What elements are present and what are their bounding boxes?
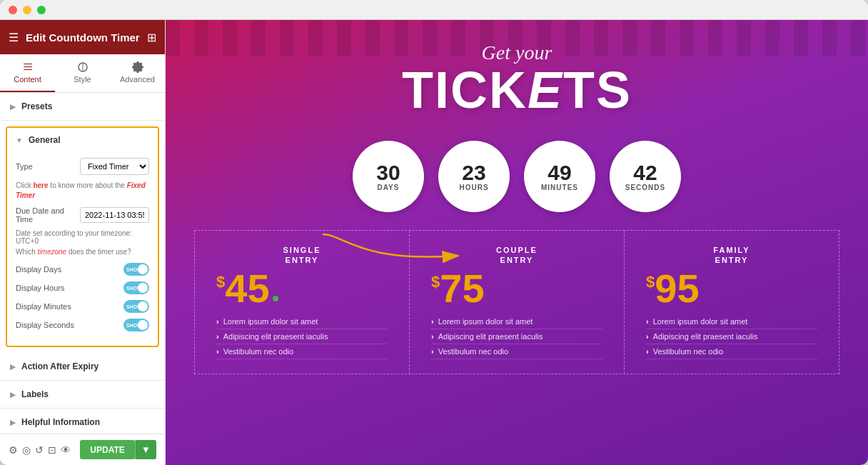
price-family-value: 95 <box>655 269 699 309</box>
display-hours-row: Display Hours SHOW <box>16 281 149 294</box>
display-days-row: Display Days SHOW <box>16 263 149 276</box>
labels-label: Labels <box>21 389 49 399</box>
display-minutes-toggle[interactable]: SHOW <box>123 300 149 313</box>
presets-header[interactable]: ▶ Presets <box>0 93 165 120</box>
close-button[interactable] <box>9 6 17 14</box>
helpful-label: Helpful Information <box>21 417 100 427</box>
sidebar-title: Edit Countdown Timer <box>26 31 140 44</box>
countdown-minutes-label: MINUTES <box>541 184 578 191</box>
price-couple-line2: ENTRY <box>500 256 534 264</box>
type-field-row: Type Fixed Timer Evergreen Timer <box>16 158 149 175</box>
price-family-feature-2: Adipiscing elit praesent iaculis <box>646 329 817 344</box>
arrow-decoration <box>316 227 473 277</box>
responsive-icon[interactable]: ⊡ <box>48 444 56 456</box>
hero-title: ticKets <box>166 64 868 116</box>
presets-section: ▶ Presets <box>0 93 165 121</box>
sidebar-content: ▶ Presets ▼ General Type <box>0 93 165 434</box>
tab-content[interactable]: Content <box>0 54 55 92</box>
hamburger-icon[interactable]: ☰ <box>9 31 19 44</box>
tab-style-label: Style <box>74 75 91 84</box>
type-field-value: Fixed Timer Evergreen Timer <box>80 158 149 175</box>
timezone-note-text: Date set according to your timezone: UTC… <box>16 229 132 245</box>
helpful-header[interactable]: ▶ Helpful Information <box>0 409 165 434</box>
price-couple-line1: COUPLE <box>496 246 538 254</box>
undo-icon[interactable]: ↺ <box>35 444 44 456</box>
tab-advanced-label: Advanced <box>120 75 155 84</box>
app-window: ☰ Edit Countdown Timer ⊞ Content Style A… <box>0 0 868 465</box>
labels-section: ▶ Labels <box>0 381 165 409</box>
grid-icon[interactable]: ⊞ <box>147 31 156 44</box>
labels-arrow: ▶ <box>10 391 16 399</box>
history-icon[interactable]: ◎ <box>22 444 31 456</box>
price-family-category: FAMILY ENTRY <box>646 245 817 266</box>
countdown-seconds-number: 42 <box>633 162 657 184</box>
countdown-hours: 23 HOURS <box>438 141 510 212</box>
price-family-features: Lorem ipsum dolor sit amet Adipiscing el… <box>646 314 817 359</box>
countdown-seconds: 42 SECONDS <box>610 141 681 212</box>
titlebar <box>0 0 868 20</box>
sidebar-tabs: Content Style Advanced <box>0 54 165 93</box>
labels-header[interactable]: ▶ Labels <box>0 381 165 408</box>
type-select[interactable]: Fixed Timer Evergreen Timer <box>80 158 149 175</box>
sidebar-footer: ⚙ ◎ ↺ ⊡ 👁 UPDATE ▼ <box>0 434 165 465</box>
settings-icon[interactable]: ⚙ <box>9 444 18 456</box>
price-family-feature-1: Lorem ipsum dolor sit amet <box>646 314 817 329</box>
price-couple-feature-3: Vestibulum nec odio <box>431 344 602 359</box>
display-minutes-row: Display Minutes SHOW <box>16 300 149 313</box>
tab-advanced[interactable]: Advanced <box>110 54 165 92</box>
tab-style[interactable]: Style <box>55 54 110 92</box>
sidebar: ☰ Edit Countdown Timer ⊞ Content Style A… <box>0 20 166 465</box>
general-header[interactable]: ▼ General <box>7 128 158 152</box>
hero-title-rest: ts <box>563 61 632 119</box>
countdown-days-label: DAYS <box>378 184 400 191</box>
display-days-toggle[interactable]: SHOW <box>123 263 149 276</box>
sidebar-header: ☰ Edit Countdown Timer ⊞ <box>0 20 165 54</box>
price-card-family: FAMILY ENTRY $ 95 Lorem ipsum dolor sit … <box>625 231 839 374</box>
type-label: Type <box>16 162 80 171</box>
price-family-line1: FAMILY <box>713 246 750 254</box>
display-hours-toggle[interactable]: SHOW <box>123 281 149 294</box>
maximize-button[interactable] <box>37 6 46 14</box>
update-button[interactable]: UPDATE <box>80 440 134 459</box>
price-single-features: Lorem ipsum dolor sit amet Adipiscing el… <box>216 314 388 359</box>
due-date-row: Due Date and Time <box>16 206 149 224</box>
action-section: ▶ Action After Expiry <box>0 353 165 381</box>
price-couple-feature-1: Lorem ipsum dolor sit amet <box>431 314 602 329</box>
display-seconds-label: Display Seconds <box>16 321 74 329</box>
price-couple-features: Lorem ipsum dolor sit amet Adipiscing el… <box>431 314 602 359</box>
countdown-minutes: 49 MINUTES <box>524 141 595 212</box>
price-single-feature-2: Adipiscing elit praesent iaculis <box>216 329 388 344</box>
general-label: General <box>29 135 61 145</box>
countdown-days: 30 DAYS <box>353 141 424 212</box>
countdown-days-number: 30 <box>376 162 400 184</box>
main-canvas: Get your ticKets 30 DAYS 23 HOURS <box>166 20 868 465</box>
click-here-link[interactable]: here <box>33 181 48 189</box>
countdown-hours-label: HOURS <box>459 184 488 191</box>
pricing-section: SINGLE ENTRY $ 45 Lorem ipsum dolor sit … <box>194 230 839 374</box>
display-minutes-toggle-text: SHOW <box>126 304 142 309</box>
hero-title-italic: e <box>528 61 563 119</box>
eye-icon[interactable]: 👁 <box>61 444 71 456</box>
price-family-feature-3: Vestibulum nec odio <box>646 344 817 359</box>
display-hours-label: Display Hours <box>16 284 64 292</box>
update-dropdown-button[interactable]: ▼ <box>135 440 156 459</box>
display-days-toggle-text: SHOW <box>126 267 142 272</box>
price-single-dollar: $ <box>216 274 225 290</box>
general-body: Type Fixed Timer Evergreen Timer Click h… <box>7 152 158 346</box>
action-header[interactable]: ▶ Action After Expiry <box>0 353 165 380</box>
due-date-input[interactable] <box>80 207 149 223</box>
presets-label: Presets <box>21 101 52 111</box>
hero-title-text: ticK <box>402 61 528 119</box>
price-family-amount: $ 95 <box>646 269 817 309</box>
minimize-button[interactable] <box>23 6 31 14</box>
display-seconds-row: Display Seconds SHOW <box>16 319 149 331</box>
update-group: UPDATE ▼ <box>80 440 156 459</box>
display-seconds-toggle[interactable]: SHOW <box>123 319 149 331</box>
app-body: ☰ Edit Countdown Timer ⊞ Content Style A… <box>0 20 868 465</box>
general-section: ▼ General Type Fixed Timer Evergreen Tim… <box>6 126 159 347</box>
action-arrow: ▶ <box>10 363 16 371</box>
timezone-question: Which timezone does the timer use? <box>16 248 149 256</box>
action-label: Action After Expiry <box>21 361 99 371</box>
countdown-hours-number: 23 <box>462 162 485 184</box>
display-days-label: Display Days <box>16 265 61 274</box>
